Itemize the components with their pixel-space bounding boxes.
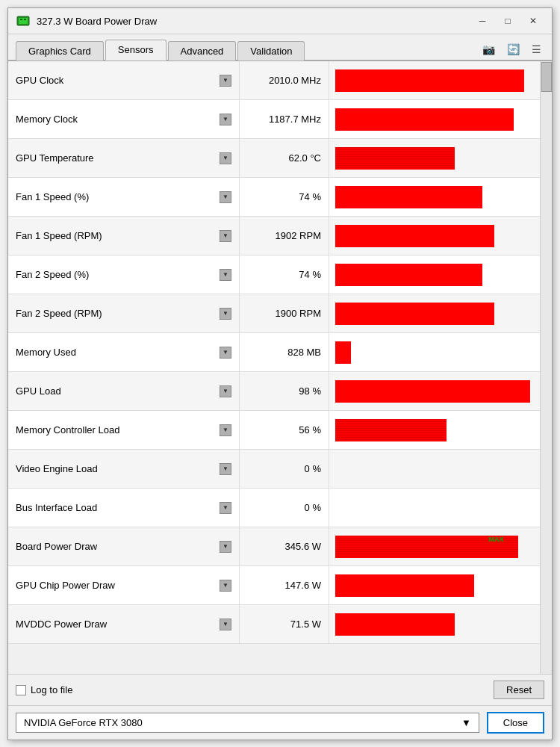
sensor-dropdown-arrow[interactable]: ▼	[220, 463, 231, 475]
sensor-name-cell: GPU Chip Power Draw▼	[8, 566, 240, 604]
sensor-label: GPU Chip Power Draw	[16, 580, 215, 591]
sensor-name-cell: GPU Clock▼	[8, 61, 240, 99]
sensor-name-cell: Fan 1 Speed (%)▼	[8, 178, 240, 216]
bar-container	[335, 264, 534, 286]
sensor-dropdown-arrow[interactable]: ▼	[220, 385, 231, 397]
bar-fill	[335, 186, 482, 208]
sensor-bar-area	[329, 566, 540, 604]
sensor-dropdown-arrow[interactable]: ▼	[220, 541, 231, 553]
tab-graphics-card[interactable]: Graphics Card	[16, 41, 104, 61]
tab-sensors[interactable]: Sensors	[105, 40, 167, 61]
reset-button[interactable]: Reset	[494, 681, 544, 699]
sensor-bar-area: MAX	[329, 527, 540, 565]
bar-fill	[335, 341, 351, 364]
sensor-label: Video Engine Load	[16, 463, 215, 474]
bar-container	[335, 147, 534, 170]
menu-icon-button[interactable]: ☰	[529, 42, 544, 57]
sensor-label: MVDDC Power Draw	[16, 619, 215, 630]
bar-fill	[335, 380, 530, 403]
sensor-name-cell: GPU Load▼	[8, 372, 240, 410]
bar-container	[335, 613, 534, 636]
sensor-dropdown-arrow[interactable]: ▼	[220, 191, 231, 203]
svg-rect-3	[24, 19, 26, 20]
svg-rect-2	[20, 19, 22, 20]
sensor-value-cell: 147.6 W	[240, 566, 329, 604]
sensor-dropdown-arrow[interactable]: ▼	[220, 347, 231, 359]
sensor-row: Bus Interface Load▼0 %	[8, 489, 540, 527]
sensor-row: Fan 2 Speed (%)▼74 %	[8, 255, 540, 294]
sensor-value-cell: 74 %	[240, 178, 329, 216]
sensor-bar-area	[329, 139, 540, 177]
sensor-dropdown-arrow[interactable]: ▼	[220, 152, 231, 164]
sensor-row: Memory Controller Load▼56 %	[8, 411, 540, 450]
sensor-row: GPU Clock▼2010.0 MHz	[8, 61, 540, 100]
sensor-value-cell: 1900 RPM	[240, 294, 329, 332]
sensor-row: MVDDC Power Draw▼71.5 W	[8, 605, 540, 644]
sensor-value-cell: 71.5 W	[240, 605, 329, 643]
sensor-dropdown-arrow[interactable]: ▼	[220, 619, 231, 630]
bar-container	[335, 303, 534, 325]
sensor-name-cell: Video Engine Load▼	[8, 450, 240, 488]
log-to-file-label[interactable]: Log to file	[16, 684, 72, 695]
sensor-label: Memory Controller Load	[16, 424, 215, 436]
sensor-value-cell: 1187.7 MHz	[240, 100, 329, 138]
sensor-dropdown-arrow[interactable]: ▼	[220, 75, 231, 87]
sensor-label: Fan 1 Speed (RPM)	[16, 230, 215, 241]
refresh-icon-button[interactable]: 🔄	[504, 42, 523, 57]
minimize-button[interactable]: ─	[471, 13, 494, 29]
bar-fill	[335, 264, 482, 286]
gpu-selector[interactable]: NVIDIA GeForce RTX 3080 ▼	[16, 713, 479, 733]
sensors-list: GPU Clock▼2010.0 MHzMemory Clock▼1187.7 …	[8, 61, 540, 674]
window-controls: ─ □ ✕	[471, 13, 544, 29]
sensor-dropdown-arrow[interactable]: ▼	[220, 114, 231, 125]
sensor-row: Memory Used▼828 MB	[8, 333, 540, 372]
sensor-value-cell: 74 %	[240, 255, 329, 294]
close-window-button[interactable]: ✕	[522, 13, 544, 29]
sensor-dropdown-arrow[interactable]: ▼	[220, 230, 231, 242]
sensor-row: GPU Chip Power Draw▼147.6 W	[8, 566, 540, 605]
sensor-row: Fan 1 Speed (%)▼74 %	[8, 178, 540, 217]
bar-container: MAX	[335, 536, 534, 558]
log-checkbox[interactable]	[16, 685, 26, 695]
sensor-row: GPU Temperature▼62.0 °C	[8, 139, 540, 178]
sensor-value-cell: 62.0 °C	[240, 139, 329, 177]
bar-fill	[335, 108, 514, 131]
sensor-bar-area	[329, 100, 540, 138]
sensor-dropdown-arrow[interactable]: ▼	[220, 308, 231, 320]
sensor-row: Fan 2 Speed (RPM)▼1900 RPM	[8, 294, 540, 333]
sensor-row: Memory Clock▼1187.7 MHz	[8, 100, 540, 139]
scrollbar[interactable]	[540, 61, 552, 674]
tab-advanced[interactable]: Advanced	[168, 41, 237, 61]
bottom-bar: Log to file Reset	[8, 674, 552, 705]
maximize-button[interactable]: □	[497, 13, 519, 29]
main-window: 327.3 W Board Power Draw ─ □ ✕ Graphics …	[7, 7, 553, 740]
sensor-dropdown-arrow[interactable]: ▼	[220, 580, 231, 592]
sensor-bar-area	[329, 61, 540, 99]
sensor-label: Board Power Draw	[16, 541, 215, 552]
sensor-label: Memory Used	[16, 347, 215, 358]
sensor-label: Fan 2 Speed (RPM)	[16, 308, 215, 319]
sensor-name-cell: Fan 2 Speed (RPM)▼	[8, 294, 240, 332]
sensor-dropdown-arrow[interactable]: ▼	[220, 424, 231, 436]
tab-validation[interactable]: Validation	[237, 41, 305, 61]
log-label-text: Log to file	[31, 684, 72, 695]
camera-icon-button[interactable]: 📷	[479, 42, 498, 57]
sensor-value-cell: 0 %	[240, 489, 329, 527]
sensor-dropdown-arrow[interactable]: ▼	[220, 269, 231, 281]
title-bar: 327.3 W Board Power Draw ─ □ ✕	[8, 8, 552, 34]
sensor-value-cell: 828 MB	[240, 333, 329, 371]
close-button[interactable]: Close	[487, 712, 544, 734]
sensor-bar-area	[329, 333, 540, 371]
gpu-name: NVIDIA GeForce RTX 3080	[24, 717, 143, 728]
scrollbar-thumb[interactable]	[541, 62, 552, 92]
sensor-value-cell: 56 %	[240, 411, 329, 449]
sensor-bar-area	[329, 489, 540, 527]
main-content: GPU Clock▼2010.0 MHzMemory Clock▼1187.7 …	[8, 61, 552, 674]
sensor-value-cell: 2010.0 MHz	[240, 61, 329, 99]
bar-fill	[335, 613, 455, 636]
tab-actions: 📷 🔄 ☰	[479, 42, 544, 60]
sensor-dropdown-arrow[interactable]: ▼	[220, 502, 231, 514]
sensor-name-cell: Memory Controller Load▼	[8, 411, 240, 449]
sensor-name-cell: Memory Clock▼	[8, 100, 240, 138]
sensor-row: Fan 1 Speed (RPM)▼1902 RPM	[8, 217, 540, 255]
